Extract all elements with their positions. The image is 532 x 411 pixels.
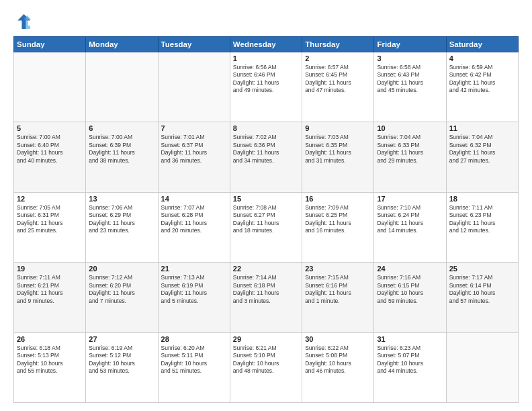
calendar-cell: 18Sunrise: 7:11 AM Sunset: 6:23 PM Dayli… xyxy=(446,192,518,262)
day-number: 20 xyxy=(89,265,154,273)
calendar-cell: 20Sunrise: 7:12 AM Sunset: 6:20 PM Dayli… xyxy=(86,263,158,332)
day-number: 6 xyxy=(89,124,154,132)
header xyxy=(13,12,519,31)
calendar-cell: 26Sunrise: 6:18 AM Sunset: 5:13 PM Dayli… xyxy=(14,332,86,402)
day-number: 3 xyxy=(377,54,443,62)
day-info: Sunrise: 7:07 AM Sunset: 6:28 PM Dayligh… xyxy=(161,204,227,235)
calendar-cell: 11Sunrise: 7:04 AM Sunset: 6:32 PM Dayli… xyxy=(446,122,518,192)
day-info: Sunrise: 6:56 AM Sunset: 6:46 PM Dayligh… xyxy=(233,64,299,95)
calendar-cell: 22Sunrise: 7:14 AM Sunset: 6:18 PM Dayli… xyxy=(230,263,302,332)
day-number: 26 xyxy=(17,335,83,343)
day-number: 13 xyxy=(89,195,154,203)
week-row-4: 19Sunrise: 7:11 AM Sunset: 6:21 PM Dayli… xyxy=(14,263,519,332)
day-info: Sunrise: 7:04 AM Sunset: 6:33 PM Dayligh… xyxy=(377,134,443,165)
calendar-cell xyxy=(14,52,86,122)
day-info: Sunrise: 6:18 AM Sunset: 5:13 PM Dayligh… xyxy=(17,345,83,375)
day-number: 21 xyxy=(161,265,227,273)
day-number: 12 xyxy=(17,195,83,203)
calendar-cell xyxy=(158,52,230,122)
calendar-cell: 5Sunrise: 7:00 AM Sunset: 6:40 PM Daylig… xyxy=(14,122,86,192)
calendar-cell: 1Sunrise: 6:56 AM Sunset: 6:46 PM Daylig… xyxy=(230,52,302,122)
day-info: Sunrise: 7:10 AM Sunset: 6:24 PM Dayligh… xyxy=(377,204,443,235)
day-number: 10 xyxy=(377,124,443,132)
day-number: 16 xyxy=(305,195,371,203)
calendar-cell: 15Sunrise: 7:08 AM Sunset: 6:27 PM Dayli… xyxy=(230,192,302,262)
day-number: 15 xyxy=(233,195,299,203)
calendar-cell xyxy=(86,52,158,122)
day-number: 23 xyxy=(305,265,371,273)
calendar-cell: 4Sunrise: 6:59 AM Sunset: 6:42 PM Daylig… xyxy=(446,52,518,122)
day-info: Sunrise: 7:12 AM Sunset: 6:20 PM Dayligh… xyxy=(89,274,154,305)
calendar-cell: 3Sunrise: 6:58 AM Sunset: 6:43 PM Daylig… xyxy=(374,52,446,122)
calendar-cell: 23Sunrise: 7:15 AM Sunset: 6:16 PM Dayli… xyxy=(302,263,374,332)
day-info: Sunrise: 6:23 AM Sunset: 5:07 PM Dayligh… xyxy=(377,345,443,375)
calendar-cell: 24Sunrise: 7:16 AM Sunset: 6:15 PM Dayli… xyxy=(374,263,446,332)
day-info: Sunrise: 7:16 AM Sunset: 6:15 PM Dayligh… xyxy=(377,274,443,305)
week-row-1: 1Sunrise: 6:56 AM Sunset: 6:46 PM Daylig… xyxy=(14,52,519,122)
day-info: Sunrise: 7:00 AM Sunset: 6:40 PM Dayligh… xyxy=(17,134,83,165)
day-number: 1 xyxy=(233,54,299,62)
calendar-cell: 14Sunrise: 7:07 AM Sunset: 6:28 PM Dayli… xyxy=(158,192,230,262)
calendar-cell: 8Sunrise: 7:02 AM Sunset: 6:36 PM Daylig… xyxy=(230,122,302,192)
calendar-cell: 31Sunrise: 6:23 AM Sunset: 5:07 PM Dayli… xyxy=(374,332,446,402)
calendar-table: SundayMondayTuesdayWednesdayThursdayFrid… xyxy=(13,36,519,403)
day-info: Sunrise: 7:04 AM Sunset: 6:32 PM Dayligh… xyxy=(449,134,515,165)
week-row-2: 5Sunrise: 7:00 AM Sunset: 6:40 PM Daylig… xyxy=(14,122,519,192)
day-number: 7 xyxy=(161,124,227,132)
calendar-cell: 12Sunrise: 7:05 AM Sunset: 6:31 PM Dayli… xyxy=(14,192,86,262)
day-info: Sunrise: 7:15 AM Sunset: 6:16 PM Dayligh… xyxy=(305,274,371,305)
calendar-cell: 9Sunrise: 7:03 AM Sunset: 6:35 PM Daylig… xyxy=(302,122,374,192)
day-info: Sunrise: 7:08 AM Sunset: 6:27 PM Dayligh… xyxy=(233,204,299,235)
calendar-cell: 19Sunrise: 7:11 AM Sunset: 6:21 PM Dayli… xyxy=(14,263,86,332)
day-number: 2 xyxy=(305,54,371,62)
day-info: Sunrise: 7:14 AM Sunset: 6:18 PM Dayligh… xyxy=(233,274,299,305)
day-number: 14 xyxy=(161,195,227,203)
day-info: Sunrise: 6:57 AM Sunset: 6:45 PM Dayligh… xyxy=(305,64,371,95)
weekday-header-tuesday: Tuesday xyxy=(158,37,230,52)
day-number: 28 xyxy=(161,335,227,343)
day-info: Sunrise: 6:20 AM Sunset: 5:11 PM Dayligh… xyxy=(161,345,227,375)
calendar-cell: 30Sunrise: 6:22 AM Sunset: 5:08 PM Dayli… xyxy=(302,332,374,402)
day-info: Sunrise: 6:19 AM Sunset: 5:12 PM Dayligh… xyxy=(89,345,154,375)
calendar-cell: 29Sunrise: 6:21 AM Sunset: 5:10 PM Dayli… xyxy=(230,332,302,402)
day-info: Sunrise: 7:05 AM Sunset: 6:31 PM Dayligh… xyxy=(17,204,83,235)
day-number: 11 xyxy=(449,124,515,132)
weekday-header-thursday: Thursday xyxy=(302,37,374,52)
week-row-5: 26Sunrise: 6:18 AM Sunset: 5:13 PM Dayli… xyxy=(14,332,519,402)
day-number: 30 xyxy=(305,335,371,343)
day-info: Sunrise: 7:02 AM Sunset: 6:36 PM Dayligh… xyxy=(233,134,299,165)
day-info: Sunrise: 6:59 AM Sunset: 6:42 PM Dayligh… xyxy=(449,64,515,95)
day-info: Sunrise: 7:13 AM Sunset: 6:19 PM Dayligh… xyxy=(161,274,227,305)
day-number: 24 xyxy=(377,265,443,273)
day-info: Sunrise: 7:06 AM Sunset: 6:29 PM Dayligh… xyxy=(89,204,154,235)
day-info: Sunrise: 6:22 AM Sunset: 5:08 PM Dayligh… xyxy=(305,345,371,375)
weekday-header-sunday: Sunday xyxy=(14,37,86,52)
weekday-header-row: SundayMondayTuesdayWednesdayThursdayFrid… xyxy=(14,37,519,52)
day-number: 8 xyxy=(233,124,299,132)
day-info: Sunrise: 6:21 AM Sunset: 5:10 PM Dayligh… xyxy=(233,345,299,375)
calendar-cell: 16Sunrise: 7:09 AM Sunset: 6:25 PM Dayli… xyxy=(302,192,374,262)
day-number: 4 xyxy=(449,54,515,62)
weekday-header-wednesday: Wednesday xyxy=(230,37,302,52)
day-number: 19 xyxy=(17,265,83,273)
day-number: 5 xyxy=(17,124,83,132)
day-number: 29 xyxy=(233,335,299,343)
logo-icon xyxy=(13,12,32,31)
page: SundayMondayTuesdayWednesdayThursdayFrid… xyxy=(0,0,532,411)
day-info: Sunrise: 7:11 AM Sunset: 6:21 PM Dayligh… xyxy=(17,274,83,305)
day-number: 31 xyxy=(377,335,443,343)
calendar-cell: 10Sunrise: 7:04 AM Sunset: 6:33 PM Dayli… xyxy=(374,122,446,192)
week-row-3: 12Sunrise: 7:05 AM Sunset: 6:31 PM Dayli… xyxy=(14,192,519,262)
day-info: Sunrise: 7:00 AM Sunset: 6:39 PM Dayligh… xyxy=(89,134,154,165)
day-number: 9 xyxy=(305,124,371,132)
day-info: Sunrise: 7:09 AM Sunset: 6:25 PM Dayligh… xyxy=(305,204,371,235)
day-info: Sunrise: 6:58 AM Sunset: 6:43 PM Dayligh… xyxy=(377,64,443,95)
calendar-cell: 13Sunrise: 7:06 AM Sunset: 6:29 PM Dayli… xyxy=(86,192,158,262)
day-info: Sunrise: 7:03 AM Sunset: 6:35 PM Dayligh… xyxy=(305,134,371,165)
calendar-cell: 28Sunrise: 6:20 AM Sunset: 5:11 PM Dayli… xyxy=(158,332,230,402)
weekday-header-friday: Friday xyxy=(374,37,446,52)
logo xyxy=(13,12,35,31)
calendar-cell: 27Sunrise: 6:19 AM Sunset: 5:12 PM Dayli… xyxy=(86,332,158,402)
day-number: 18 xyxy=(449,195,515,203)
day-info: Sunrise: 7:01 AM Sunset: 6:37 PM Dayligh… xyxy=(161,134,227,165)
